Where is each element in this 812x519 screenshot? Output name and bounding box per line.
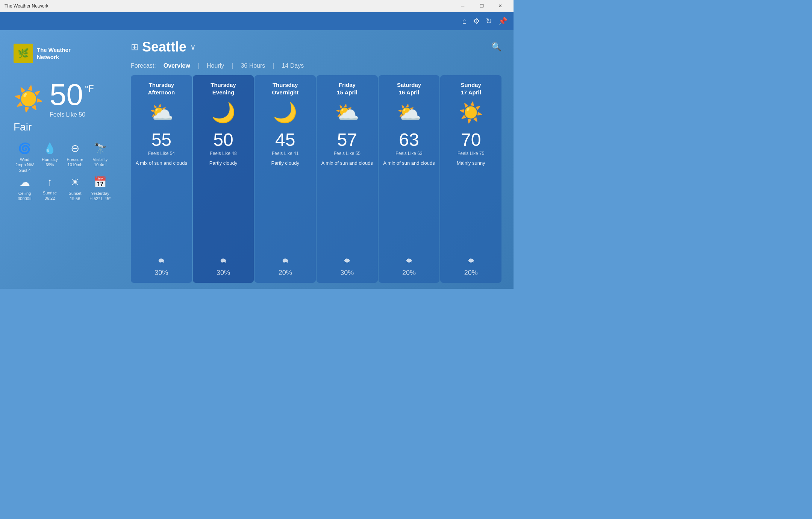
forecast-card-4[interactable]: Saturday16 April ⛅ 63 Feels Like 63 A mi… [379,75,440,283]
minimize-button[interactable]: ─ [454,0,471,12]
card-temp: 70 [461,129,481,150]
chevron-down-icon[interactable]: ∨ [190,42,196,52]
tab-36hours[interactable]: 36 Hours [236,61,270,71]
ceiling-icon: ☁ [20,176,30,188]
feels-like: Feels Like 50 [50,111,94,118]
card-weather-icon: ⛅ [149,101,174,124]
home-icon[interactable]: ⌂ [462,17,467,26]
temp-unit: °F [85,83,94,94]
logo-icon: 🌿 [14,44,33,63]
visibility-label: Visibility10.4mi [93,157,108,168]
sunset-icon: ☀ [70,176,80,188]
forecast-cards: ThursdayAfternoon ⛅ 55 Feels Like 54 A m… [125,75,508,283]
pin-icon[interactable]: 📌 [498,17,508,26]
card-feels-like: Feels Like 48 [210,151,236,156]
card-weather-icon: ☀️ [459,101,483,124]
card-precip: 20% [464,269,478,277]
current-weather: ☀️ 50 °F Feels Like 50 [14,80,111,118]
forecast-label: Forecast: [131,62,156,69]
logo-text: The WeatherNetwork [37,46,71,61]
card-feels-like: Feels Like 55 [334,151,361,156]
weather-condition: Fair [14,121,111,133]
sunrise-label: Sunrise06:22 [43,190,57,201]
maximize-button[interactable]: ❐ [473,0,490,12]
card-title: Friday15 April [337,81,357,96]
card-temp: 55 [151,129,171,150]
card-description: Partly cloudy [271,160,299,253]
visibility-detail: 🔭 Visibility10.4mi [89,142,111,173]
forecast-card-0[interactable]: ThursdayAfternoon ⛅ 55 Feels Like 54 A m… [131,75,192,283]
current-weather-icon: ☀️ [14,85,44,113]
pressure-label: Pressure1010mb [67,157,83,168]
card-feels-like: Feels Like 75 [458,151,484,156]
rain-icon: 🌧 [467,256,475,265]
tab-14days[interactable]: 14 Days [277,61,308,71]
rain-icon: 🌧 [282,256,289,265]
forecast-card-2[interactable]: ThursdayOvernight 🌙 45 Feels Like 41 Par… [255,75,316,283]
forecast-card-5[interactable]: Sunday17 April ☀️ 70 Feels Like 75 Mainl… [440,75,501,283]
pressure-icon: ⊖ [71,142,79,155]
forecast-card-1[interactable]: ThursdayEvening 🌙 50 Feels Like 48 Partl… [193,75,254,283]
rain-icon: 🌧 [220,256,227,265]
card-precip: 20% [402,269,416,277]
card-precip: 30% [217,269,230,277]
rain-icon: 🌧 [158,256,165,265]
main-content: 🌿 The WeatherNetwork ☀️ 50 °F Feels Like… [0,30,514,289]
toolbar: ⌂ ⚙ ↻ 📌 [0,12,514,30]
visibility-icon: 🔭 [94,142,107,155]
card-description: Mainly sunny [457,160,485,253]
card-precip: 30% [155,269,168,277]
sunset-label: Sunset19:56 [68,191,81,202]
yesterday-icon: 📅 [94,176,107,188]
card-precip: 30% [340,269,354,277]
city-name-section: ⊞ Seattle ∨ [131,39,196,55]
rain-icon: 🌧 [405,256,413,265]
sunrise-detail: ↑ Sunrise06:22 [39,176,61,202]
app-title: The Weather Network [5,3,48,9]
wind-icon: 🌀 [18,142,31,155]
rain-icon: 🌧 [343,256,351,265]
card-feels-like: Feels Like 41 [272,151,298,156]
card-title: ThursdayEvening [211,81,236,96]
sunrise-icon: ↑ [47,176,53,188]
search-icon[interactable]: 🔍 [491,42,501,52]
temperature-display: 50 °F Feels Like 50 [50,80,94,118]
card-weather-icon: 🌙 [211,101,236,124]
refresh-icon[interactable]: ↻ [486,17,492,26]
card-title: Sunday17 April [461,81,481,96]
settings-icon[interactable]: ⚙ [473,17,480,26]
close-button[interactable]: ✕ [492,0,509,12]
tab-hourly[interactable]: Hourly [202,61,229,71]
wind-detail: 🌀 Wind2mph NWGust 4 [14,142,36,173]
humidity-icon: 💧 [43,142,56,155]
current-temp: 50 [50,78,83,111]
pressure-detail: ⊖ Pressure1010mb [64,142,86,173]
card-weather-icon: ⛅ [335,101,359,124]
tab-overview[interactable]: Overview [159,61,195,71]
forecast-tabs: Forecast: Overview | Hourly | 36 Hours |… [125,61,508,71]
wind-label: Wind2mph NWGust 4 [15,157,34,173]
card-weather-icon: 🌙 [273,101,297,124]
card-feels-like: Feels Like 63 [395,151,422,156]
card-temp: 45 [275,129,295,150]
city-name[interactable]: Seattle [142,39,186,55]
card-description: Partly cloudy [209,160,237,253]
yesterday-detail: 📅 YesterdayH:52° L:45° [89,176,111,202]
card-description: A mix of sun and clouds [383,160,435,253]
sunset-detail: ☀ Sunset19:56 [64,176,86,202]
ceiling-detail: ☁ Ceiling30000ft [14,176,36,202]
card-title: ThursdayAfternoon [148,81,175,96]
card-precip: 20% [279,269,292,277]
card-feels-like: Feels Like 54 [148,151,175,156]
forecast-card-3[interactable]: Friday15 April ⛅ 57 Feels Like 55 A mix … [317,75,378,283]
card-description: A mix of sun and clouds [136,160,187,253]
logo: 🌿 The WeatherNetwork [14,44,111,63]
humidity-label: Humidity69% [42,157,58,168]
card-title: ThursdayOvernight [272,81,298,96]
card-temp: 50 [213,129,233,150]
ceiling-label: Ceiling30000ft [18,191,32,202]
city-icon: ⊞ [131,42,138,52]
city-header: ⊞ Seattle ∨ 🔍 [125,36,508,61]
card-temp: 57 [337,129,357,150]
card-title: Saturday16 April [397,81,421,96]
